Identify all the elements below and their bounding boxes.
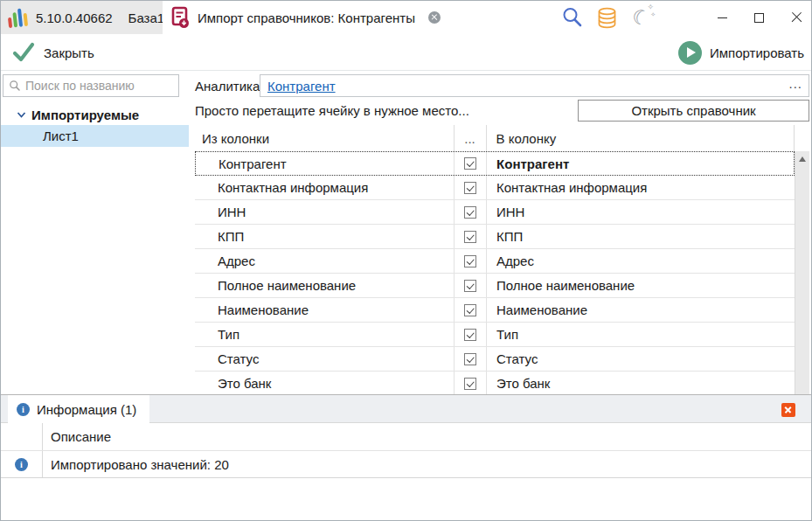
night-mode-icon[interactable]: ☾✧✧ <box>630 4 656 31</box>
information-table-header: Описание <box>1 423 811 451</box>
row-checkbox[interactable] <box>464 157 476 170</box>
mapping-table-row[interactable]: НаименованиеНаименование <box>195 298 795 323</box>
analytics-value-link[interactable]: Контрагент <box>267 79 336 94</box>
row-checkbox[interactable] <box>464 255 476 267</box>
target-column-cell: Это банк <box>487 372 795 394</box>
header-checkbox-column[interactable]: ... <box>454 125 487 151</box>
source-column-cell: Это банк <box>195 372 454 394</box>
open-reference-button[interactable]: Открыть справочник <box>578 100 809 122</box>
database-icon[interactable] <box>595 6 619 30</box>
mapping-table-row[interactable]: ИННИНН <box>195 200 795 225</box>
mapping-table-row[interactable]: Контактная информацияКонтактная информац… <box>195 176 795 200</box>
mapping-rows: КонтрагентКонтрагентКонтактная информаци… <box>195 151 795 394</box>
document-import-icon <box>171 6 190 29</box>
source-column-cell: Контрагент <box>196 152 454 175</box>
target-column-cell: Контактная информация <box>487 176 795 199</box>
window-controls <box>718 1 802 34</box>
source-column-cell: ИНН <box>195 200 454 224</box>
search-small-icon <box>9 80 21 92</box>
target-column-cell: Адрес <box>487 249 795 273</box>
search-icon[interactable] <box>561 6 584 29</box>
window-close-icon[interactable] <box>791 12 802 24</box>
checkbox-cell <box>454 152 487 175</box>
row-checkbox[interactable] <box>464 280 476 292</box>
source-column-cell: Статус <box>195 347 454 371</box>
tab-import-reference[interactable]: Импорт справочников: Контрагенты <box>163 1 441 34</box>
header-from-column[interactable]: Из колонки <box>195 125 454 151</box>
checkbox-cell <box>454 225 487 248</box>
mapping-table-row[interactable]: СтатусСтатус <box>195 347 795 372</box>
information-tabstrip: Информация (1) <box>1 395 811 423</box>
minimize-icon[interactable] <box>718 17 727 18</box>
app-window: 5.10.0.40662 База1 Импорт справочников: … <box>0 0 812 521</box>
target-column-cell: Контрагент <box>487 152 794 175</box>
chevron-down-icon <box>17 111 26 119</box>
tree-item-sheet1[interactable]: Лист1 <box>1 125 189 147</box>
drag-hint-text: Просто перетащите ячейку в нужное место.… <box>195 100 469 122</box>
checkbox-cell <box>454 372 487 394</box>
tab-information[interactable]: Информация (1) <box>8 395 149 423</box>
source-column-cell: Наименование <box>195 298 454 322</box>
message-type-cell <box>1 451 43 477</box>
app-version: 5.10.0.40662 <box>36 10 113 25</box>
mapping-table-row[interactable]: Это банкЭто банк <box>195 372 795 394</box>
checkbox-cell <box>454 200 487 224</box>
source-column-cell: Полное наименование <box>195 274 454 297</box>
tab-close-icon[interactable] <box>428 11 441 24</box>
tree-group-label: Импортируемые <box>31 108 139 122</box>
toolbar: Закрыть Импортировать <box>1 34 811 71</box>
row-checkbox[interactable] <box>464 206 476 219</box>
source-column-cell: Контактная информация <box>195 176 454 199</box>
information-panel: Информация (1) Описание Импортировано зн… <box>1 394 811 521</box>
panel-close-icon[interactable] <box>781 403 795 417</box>
mapping-table-row[interactable]: АдресАдрес <box>195 249 795 274</box>
row-checkbox[interactable] <box>464 231 476 243</box>
info-message-row[interactable]: Импортировано значений: 20 <box>1 451 811 478</box>
import-button-label: Импортировать <box>710 45 804 60</box>
row-checkbox[interactable] <box>464 329 476 341</box>
search-box[interactable] <box>3 74 179 97</box>
checkbox-cell <box>454 249 487 273</box>
maximize-icon[interactable] <box>754 13 764 23</box>
info-messages: Импортировано значений: 20 <box>1 451 811 478</box>
message-text-cell: Импортировано значений: 20 <box>43 451 811 477</box>
play-icon <box>678 41 702 65</box>
database-name: База1 <box>128 10 165 25</box>
vertical-scrollbar[interactable] <box>795 151 809 394</box>
checkbox-cell <box>454 274 487 297</box>
checkmark-icon <box>11 41 36 64</box>
scroll-up-icon[interactable] <box>799 156 806 162</box>
titlebar: 5.10.0.40662 База1 Импорт справочников: … <box>1 1 811 34</box>
analytics-ellipsis-button[interactable]: ... <box>788 76 802 91</box>
message-type-header-cell <box>1 423 43 450</box>
close-button-label: Закрыть <box>44 45 94 60</box>
mapping-table-row[interactable]: ТипТип <box>195 323 795 347</box>
row-checkbox[interactable] <box>464 304 476 316</box>
target-column-cell: Статус <box>487 347 795 371</box>
mapping-table-header: Из колонки ... В колонку <box>195 125 795 151</box>
tab-title: Импорт справочников: Контрагенты <box>198 10 415 25</box>
target-column-cell: Тип <box>487 323 795 346</box>
mapping-table-row[interactable]: Полное наименованиеПолное наименование <box>195 274 795 298</box>
target-column-cell: КПП <box>487 225 795 248</box>
checkbox-cell <box>454 323 487 346</box>
tree-group-imported[interactable]: Импортируемые <box>17 105 139 124</box>
header-to-column[interactable]: В колонку <box>487 125 794 151</box>
source-column-cell: КПП <box>195 225 454 248</box>
info-icon <box>17 403 30 416</box>
row-checkbox[interactable] <box>464 353 476 365</box>
close-button[interactable]: Закрыть <box>11 39 94 66</box>
analytics-label: Аналитика <box>195 74 260 97</box>
mapping-table-row[interactable]: КППКПП <box>195 225 795 249</box>
search-input[interactable] <box>25 79 165 93</box>
analytics-field[interactable]: Контрагент ... <box>260 74 809 97</box>
description-header-cell: Описание <box>43 423 811 450</box>
row-checkbox[interactable] <box>464 182 476 194</box>
titlebar-app-section: 5.10.0.40662 База1 <box>1 1 163 34</box>
target-column-cell: Полное наименование <box>487 274 795 297</box>
row-checkbox[interactable] <box>464 378 476 390</box>
source-column-cell: Адрес <box>195 249 454 273</box>
import-button[interactable]: Импортировать <box>678 39 804 66</box>
mapping-table-row[interactable]: КонтрагентКонтрагент <box>195 151 795 176</box>
tree-item-label: Лист1 <box>43 129 79 143</box>
